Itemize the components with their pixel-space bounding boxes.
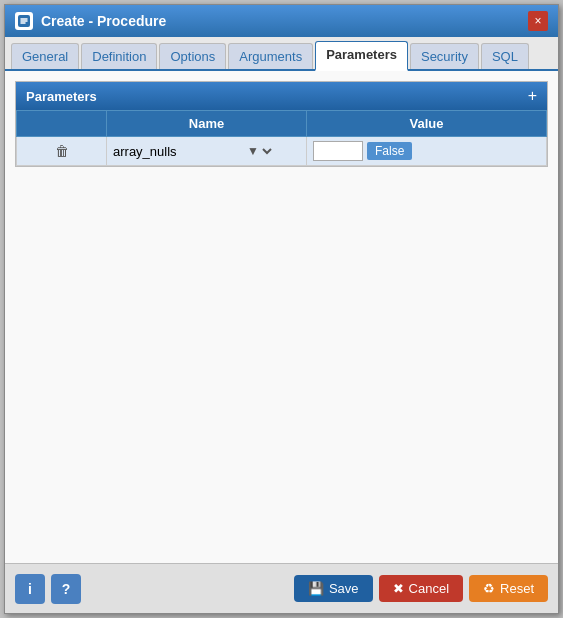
panel-title: Parameters xyxy=(26,89,97,104)
reset-label: Reset xyxy=(500,581,534,596)
save-label: Save xyxy=(329,581,359,596)
parameters-panel: Parameters + Name Value 🗑 xyxy=(15,81,548,167)
window-title: Create - Procedure xyxy=(41,13,166,29)
add-parameter-button[interactable]: + xyxy=(528,88,537,104)
cancel-label: Cancel xyxy=(409,581,449,596)
table-header-row: Name Value xyxy=(17,111,547,137)
reset-icon: ♻ xyxy=(483,581,495,596)
tab-options[interactable]: Options xyxy=(159,43,226,69)
tab-definition[interactable]: Definition xyxy=(81,43,157,69)
tab-arguments[interactable]: Arguments xyxy=(228,43,313,69)
title-bar: Create - Procedure × xyxy=(5,5,558,37)
name-dropdown[interactable]: ▼ xyxy=(243,143,275,159)
name-input[interactable] xyxy=(113,144,243,159)
row-action-cell: 🗑 xyxy=(17,137,107,166)
row-name-cell: ▼ xyxy=(107,137,307,166)
footer: i ? 💾 Save ✖ Cancel ♻ Reset xyxy=(5,563,558,613)
delete-row-button[interactable]: 🗑 xyxy=(55,143,69,159)
help-button[interactable]: ? xyxy=(51,574,81,604)
table-row: 🗑 ▼ xyxy=(17,137,547,166)
close-button[interactable]: × xyxy=(528,11,548,31)
tab-bar: General Definition Options Arguments Par… xyxy=(5,37,558,71)
tab-general[interactable]: General xyxy=(11,43,79,69)
panel-header: Parameters + xyxy=(16,82,547,110)
value-input[interactable] xyxy=(313,141,363,161)
save-button[interactable]: 💾 Save xyxy=(294,575,373,602)
col-header-name: Name xyxy=(107,111,307,137)
parameters-table: Name Value 🗑 ▼ xyxy=(16,110,547,166)
window-icon xyxy=(15,12,33,30)
reset-button[interactable]: ♻ Reset xyxy=(469,575,548,602)
footer-right: 💾 Save ✖ Cancel ♻ Reset xyxy=(294,575,548,602)
info-button[interactable]: i xyxy=(15,574,45,604)
footer-left: i ? xyxy=(15,574,81,604)
content-area: Parameters + Name Value 🗑 xyxy=(5,71,558,563)
tab-parameters[interactable]: Parameters xyxy=(315,41,408,71)
name-select-wrapper: ▼ xyxy=(113,143,300,159)
main-window: Create - Procedure × General Definition … xyxy=(4,4,559,614)
cancel-icon: ✖ xyxy=(393,581,404,596)
false-button[interactable]: False xyxy=(367,142,412,160)
cancel-button[interactable]: ✖ Cancel xyxy=(379,575,463,602)
title-bar-left: Create - Procedure xyxy=(15,12,166,30)
value-cell: False xyxy=(313,141,540,161)
tab-security[interactable]: Security xyxy=(410,43,479,69)
col-header-value: Value xyxy=(307,111,547,137)
col-header-action xyxy=(17,111,107,137)
tab-sql[interactable]: SQL xyxy=(481,43,529,69)
save-icon: 💾 xyxy=(308,581,324,596)
row-value-cell: False xyxy=(307,137,547,166)
